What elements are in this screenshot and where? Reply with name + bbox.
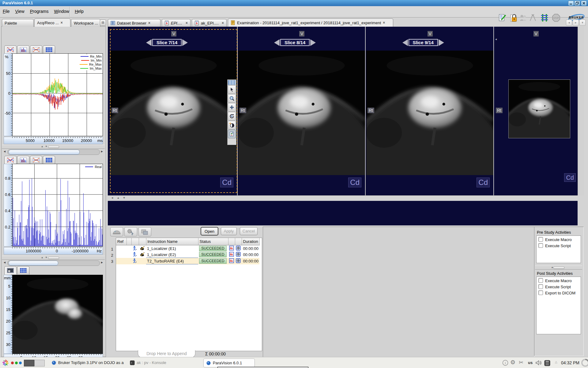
column-header[interactable]: Duration xyxy=(242,238,259,245)
splitter-up-icon[interactable]: ▲ xyxy=(41,145,43,148)
pan-tool-button[interactable] xyxy=(228,103,236,112)
instruction-name-cell[interactable]: 1_Localizer (E2) xyxy=(146,251,198,258)
zoom-tool-button[interactable] xyxy=(228,94,236,103)
viewer-tool-palette[interactable] xyxy=(227,79,236,145)
menu-programs[interactable]: Programs xyxy=(27,6,51,17)
splitter-grip[interactable] xyxy=(48,146,59,148)
close-icon[interactable]: × xyxy=(148,21,150,25)
column-header-blank[interactable] xyxy=(235,238,242,245)
checkbox[interactable] xyxy=(538,237,543,242)
taskbar-task-konsole[interactable]: ak : pv - Konsole xyxy=(127,358,173,367)
waveform-icon[interactable] xyxy=(229,252,234,257)
mri-slice-image[interactable] xyxy=(238,51,365,175)
menu-view[interactable]: View xyxy=(13,6,27,17)
slice-prev-icon[interactable] xyxy=(146,39,152,46)
quick-launch-dot[interactable] xyxy=(19,362,22,364)
close-icon[interactable]: × xyxy=(186,21,188,25)
splitter-grip[interactable] xyxy=(48,257,59,259)
slice-next-icon[interactable] xyxy=(310,39,316,46)
quick-launch-dot[interactable] xyxy=(15,362,18,364)
acq-display-bars-tab[interactable] xyxy=(17,45,29,54)
slice-next-icon[interactable] xyxy=(439,39,444,46)
checkbox[interactable] xyxy=(538,278,543,283)
snapshot-tool-button[interactable] xyxy=(228,130,236,138)
scroll-right-icon[interactable]: ► xyxy=(100,149,104,154)
viewer-panel-2[interactable]: VSlice 8/14CdRt xyxy=(238,27,366,195)
viewer-panel-4[interactable]: VCd◄Rt xyxy=(494,27,578,195)
tabbar-scroll-icon[interactable]: ▸ xyxy=(573,20,579,26)
mri-image[interactable] xyxy=(110,51,237,175)
panel-collapse-button[interactable]: ⊟ xyxy=(100,20,106,26)
process-button[interactable] xyxy=(124,227,137,236)
waveform-icon[interactable] xyxy=(229,258,234,263)
drop-append-zone[interactable]: Drop Here to Append xyxy=(138,350,195,358)
column-header[interactable]: Status xyxy=(198,238,228,245)
acq-display-grid-tab[interactable] xyxy=(43,45,55,54)
spectrum-display-bars-tab[interactable] xyxy=(17,156,29,164)
taskbar-task-paravision[interactable]: ParaVision 6.0.1 xyxy=(203,358,255,367)
menu-file[interactable]: File xyxy=(0,6,13,17)
timer-cell[interactable] xyxy=(235,251,242,258)
device-tray-icon[interactable] xyxy=(544,360,551,367)
mri-slice-image[interactable] xyxy=(12,275,103,354)
slice-navigator[interactable]: Slice 8/14 xyxy=(274,39,316,46)
info-tray-icon[interactable]: i xyxy=(502,360,508,367)
minimize-button[interactable] xyxy=(568,1,574,6)
quick-launch-dot[interactable] xyxy=(11,362,14,364)
column-header-blank[interactable] xyxy=(139,238,146,245)
restore-button[interactable] xyxy=(574,1,580,6)
splitter-down-icon[interactable]: ▼ xyxy=(45,256,47,259)
checkbox[interactable] xyxy=(538,290,543,295)
splitter-down-icon[interactable]: ▼ xyxy=(45,145,47,148)
result-cell[interactable] xyxy=(228,258,235,264)
spectrum-display-env-tab[interactable] xyxy=(30,156,42,164)
palette-grip[interactable] xyxy=(228,80,236,85)
instruction-name-cell[interactable]: 1_Localizer (E1) xyxy=(146,245,198,252)
mri-image[interactable] xyxy=(238,51,365,175)
apply-button[interactable]: Apply xyxy=(221,227,237,235)
chart2-plot[interactable]: Real xyxy=(12,164,103,247)
instruction-row[interactable]: 1_Localizer (E2)SUCCEEDED00:00:00 xyxy=(116,251,259,258)
acq-display-zig-tab[interactable] xyxy=(4,45,17,54)
scroll-left-icon[interactable]: ◄ xyxy=(2,149,7,154)
rotate-tool-button[interactable] xyxy=(228,112,236,121)
mri-slice-image[interactable] xyxy=(509,80,570,138)
viewer-panel-3[interactable]: VSlice 9/14CdRt xyxy=(366,27,494,195)
slice-prev-icon[interactable] xyxy=(402,39,408,46)
close-icon[interactable]: × xyxy=(222,21,224,25)
column-header-blank[interactable] xyxy=(126,238,131,245)
slice-prev-icon[interactable] xyxy=(274,39,280,46)
open-button[interactable]: Open xyxy=(201,227,218,236)
cancel-button[interactable]: Cancel xyxy=(240,227,258,235)
window-titlebar[interactable]: ParaVision 6.0.1 xyxy=(0,0,588,6)
splitter[interactable]: ▲▼ xyxy=(2,256,105,260)
spectrum-display-zig-tab[interactable] xyxy=(4,156,17,164)
checkbox[interactable] xyxy=(538,284,543,289)
column-header-blank[interactable] xyxy=(131,238,139,245)
instruction-name-cell[interactable]: T2_TurboRARE (E4) xyxy=(146,258,198,264)
checkbox[interactable] xyxy=(538,243,543,248)
tabbar-scroll-icon[interactable]: ◂ xyxy=(566,20,572,26)
instruction-table[interactable]: RefInstruction NameStatusDuration1_Local… xyxy=(116,238,261,264)
scroll-left-icon[interactable]: ◄ xyxy=(2,260,7,265)
slice-navigator[interactable]: Slice 9/14 xyxy=(402,39,444,46)
left-tab-acqreco[interactable]: Acq/Reco ...× xyxy=(34,18,70,27)
tray-expand-icon[interactable]: △ xyxy=(555,360,557,364)
localizer-image[interactable] xyxy=(12,275,103,354)
menu-window[interactable]: Window xyxy=(51,6,72,17)
reload-button[interactable] xyxy=(110,227,123,236)
splitter[interactable]: ▲▼ xyxy=(2,145,105,149)
panel-collapse-icon[interactable]: ◄ xyxy=(495,38,497,41)
instruction-row[interactable]: T2_TurboRARE (E4)SUCCEEDED00:00:00 xyxy=(116,258,259,264)
main-tab-epi-ppg[interactable]: EPI.ppg× xyxy=(162,19,190,27)
clock-icon[interactable] xyxy=(236,258,241,263)
app-launcher-icon[interactable] xyxy=(2,359,9,367)
timer-cell[interactable] xyxy=(235,258,242,264)
left-tab-palette[interactable]: Palette xyxy=(2,19,34,27)
splitter[interactable]: ▲▼ xyxy=(535,266,582,270)
timer-cell[interactable] xyxy=(235,245,242,252)
splitter-up-icon[interactable]: ▲ xyxy=(41,256,43,259)
volume-tray-icon[interactable] xyxy=(535,360,542,367)
viewer-vscrollbar[interactable] xyxy=(578,27,584,195)
viewer-scroll-icons[interactable]: ◄ ▲ ▼ xyxy=(111,196,127,199)
